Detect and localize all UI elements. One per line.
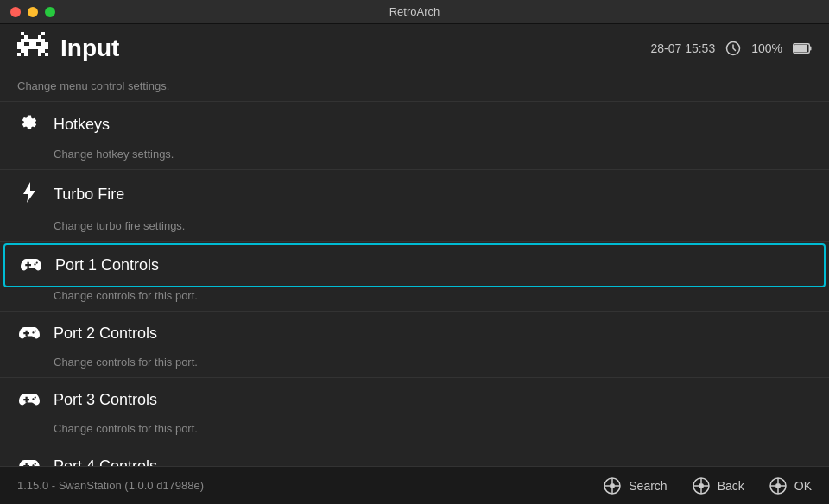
footer-actions: Search Back OK bbox=[603, 476, 812, 495]
turbofire-wrapper: Turbo Fire Change turbo fire settings. bbox=[0, 170, 829, 242]
hotkeys-item[interactable]: Hotkeys bbox=[0, 102, 829, 148]
port4-item[interactable]: Port 4 Controls bbox=[0, 444, 829, 466]
port1-icon bbox=[19, 255, 43, 275]
port3-wrapper: Port 3 Controls Change controls for this… bbox=[0, 378, 829, 444]
titlebar: RetroArch bbox=[0, 0, 829, 24]
input-icon bbox=[17, 32, 48, 64]
turbofire-icon bbox=[17, 182, 41, 207]
ok-action[interactable]: OK bbox=[769, 476, 812, 495]
svg-rect-11 bbox=[17, 53, 21, 56]
turbofire-desc: Change turbo fire settings. bbox=[0, 219, 829, 241]
svg-rect-17 bbox=[810, 46, 812, 50]
battery-icon bbox=[793, 41, 812, 55]
clock-icon bbox=[725, 41, 741, 56]
svg-rect-13 bbox=[38, 53, 41, 56]
svg-rect-3 bbox=[38, 35, 41, 39]
footer: 1.15.0 - SwanStation (1.0.0 d17988e) Sea… bbox=[0, 466, 829, 504]
svg-point-34 bbox=[775, 483, 781, 488]
svg-rect-4 bbox=[21, 39, 45, 42]
port4-label: Port 4 Controls bbox=[54, 457, 157, 466]
ok-label: OK bbox=[794, 479, 812, 493]
back-action[interactable]: Back bbox=[692, 476, 744, 495]
window-title: RetroArch bbox=[389, 5, 440, 18]
hotkeys-wrapper: Hotkeys Change hotkey settings. bbox=[0, 102, 829, 170]
port3-item[interactable]: Port 3 Controls bbox=[0, 378, 829, 422]
port2-icon bbox=[17, 324, 41, 343]
port1-item[interactable]: Port 1 Controls bbox=[3, 243, 826, 287]
hotkeys-icon bbox=[17, 114, 41, 135]
hotkeys-desc: Change hotkey settings. bbox=[0, 148, 829, 169]
port2-item[interactable]: Port 2 Controls bbox=[0, 312, 829, 356]
ok-action-icon bbox=[769, 476, 788, 495]
svg-rect-1 bbox=[41, 32, 45, 35]
port2-desc: Change controls for this port. bbox=[0, 356, 829, 377]
turbofire-label: Turbo Fire bbox=[54, 186, 124, 204]
maximize-button[interactable] bbox=[45, 7, 55, 17]
page-title: Input bbox=[60, 35, 119, 62]
port1-desc: Change controls for this port. bbox=[0, 289, 829, 311]
svg-rect-5 bbox=[17, 42, 24, 46]
port3-desc: Change controls for this port. bbox=[0, 422, 829, 444]
datetime-display: 28-07 15:53 bbox=[650, 41, 715, 55]
port4-wrapper: Port 4 Controls bbox=[0, 444, 829, 466]
port2-label: Port 2 Controls bbox=[54, 324, 157, 343]
svg-rect-10 bbox=[38, 49, 45, 53]
port3-icon bbox=[17, 390, 41, 410]
search-label: Search bbox=[629, 479, 667, 493]
svg-rect-9 bbox=[21, 49, 28, 53]
back-label: Back bbox=[718, 479, 744, 493]
svg-rect-18 bbox=[794, 45, 807, 52]
svg-rect-7 bbox=[41, 42, 48, 46]
svg-point-28 bbox=[699, 483, 704, 488]
port1-label: Port 1 Controls bbox=[55, 256, 159, 274]
hotkeys-label: Hotkeys bbox=[54, 116, 110, 134]
port4-icon bbox=[17, 457, 41, 466]
top-partial-desc: Change menu control settings. bbox=[0, 72, 829, 102]
port3-label: Port 3 Controls bbox=[54, 391, 157, 409]
search-action-icon bbox=[603, 476, 622, 495]
svg-rect-12 bbox=[24, 53, 28, 56]
port1-wrapper: Port 1 Controls Change controls for this… bbox=[0, 243, 829, 312]
svg-point-19 bbox=[28, 122, 31, 124]
svg-rect-0 bbox=[21, 32, 24, 35]
search-action[interactable]: Search bbox=[603, 476, 667, 495]
close-button[interactable] bbox=[10, 7, 21, 17]
header-right: 28-07 15:53 100% bbox=[650, 41, 812, 56]
battery-display: 100% bbox=[751, 41, 782, 55]
svg-rect-2 bbox=[24, 35, 28, 39]
header-left: Input bbox=[17, 32, 119, 64]
traffic-lights bbox=[10, 7, 55, 17]
back-action-icon bbox=[692, 476, 711, 495]
minimize-button[interactable] bbox=[28, 7, 38, 17]
svg-rect-14 bbox=[45, 53, 48, 56]
svg-rect-6 bbox=[29, 42, 36, 46]
svg-marker-20 bbox=[23, 182, 35, 203]
content-area: Change menu control settings. Hotkeys Ch… bbox=[0, 72, 829, 466]
port2-wrapper: Port 2 Controls Change controls for this… bbox=[0, 312, 829, 378]
svg-rect-8 bbox=[17, 46, 48, 49]
turbofire-item[interactable]: Turbo Fire bbox=[0, 170, 829, 219]
svg-point-22 bbox=[610, 483, 615, 488]
page-header: Input 28-07 15:53 100% bbox=[0, 24, 829, 72]
version-text: 1.15.0 - SwanStation (1.0.0 d17988e) bbox=[17, 479, 204, 492]
